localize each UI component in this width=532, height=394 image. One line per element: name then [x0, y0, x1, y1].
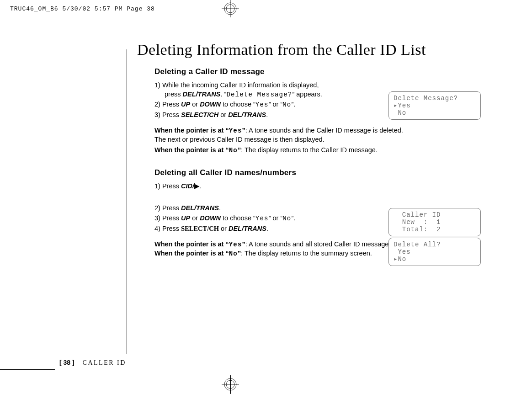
step-text: or [190, 101, 200, 108]
step-text: 3) Press [154, 214, 181, 222]
step-text: or [218, 111, 228, 118]
lcd-inline: Yes [229, 241, 242, 248]
step-text: . [200, 182, 202, 190]
page-number: [ 38 ] [59, 359, 74, 366]
result-body: : The display returns to the Caller ID m… [241, 146, 378, 154]
lcd-line: ▸No [394, 256, 406, 263]
lcd-line: Delete Message? [394, 95, 458, 102]
step-text: . [219, 204, 221, 212]
key-del-trans: DEL/TRANS [181, 204, 219, 212]
step-text: . [266, 225, 268, 232]
lcd-screen-delete-message: Delete Message? ▸Yes No [388, 91, 481, 120]
lcd-inline: No [229, 250, 238, 257]
key-up: UP [181, 101, 190, 108]
key-del-trans: DEL/TRANS [229, 225, 266, 232]
crop-mark [230, 375, 231, 394]
printer-slug: TRUC46_OM_B6 5/30/02 5:57 PM Page 38 [10, 5, 155, 12]
step-text: 1) Press [154, 182, 181, 190]
lcd-line: ▸Yes [394, 102, 411, 109]
step-text: 2) Press [154, 101, 181, 108]
lcd-line: Yes [394, 248, 411, 256]
key-cid: CID/ [181, 182, 194, 190]
section-label: CALLER ID [83, 359, 126, 366]
lcd-inline: Yes [255, 101, 269, 108]
section-heading-delete-all: Deleting all Caller ID names/numbers [154, 168, 484, 178]
step-text: 1) While the incoming Caller ID informat… [154, 81, 319, 89]
step-text: 4) Press [154, 225, 181, 232]
step-text: ” or “ [269, 101, 283, 108]
step: 1) Press CID/▶. [154, 182, 484, 191]
lcd-inline: No [229, 147, 238, 154]
key-down: DOWN [200, 214, 221, 222]
step-text: or [190, 214, 200, 222]
lcd-line: Delete All? [394, 241, 441, 248]
lcd-line: New : 1 [394, 218, 441, 226]
result-tail: ” [242, 127, 245, 134]
lcd-inline: Yes [255, 215, 269, 222]
key-up: UP [181, 214, 190, 222]
lcd-line: Caller ID [394, 211, 441, 218]
result-tail: ” [242, 240, 245, 248]
step-text: . “ [220, 91, 226, 98]
lcd-inline: Yes [229, 127, 242, 134]
key-select-ch: SELECT/CH [181, 225, 219, 232]
lcd-screen-caller-id-summary: Caller ID New : 1 Total: 2 [388, 208, 481, 236]
step-text: 2) Press [154, 204, 181, 212]
lcd-inline: No [282, 215, 291, 222]
step-text: or [219, 225, 229, 232]
step-text: ” appears. [292, 91, 322, 98]
lcd-line: No [394, 109, 406, 117]
step-text: ” or “ [269, 214, 283, 222]
result-lead: When the pointer is at “ [154, 250, 229, 257]
result-body: The next or previous Caller ID message i… [154, 136, 325, 143]
key-down: DOWN [200, 101, 221, 108]
result-body: : A tone sounds and the Caller ID messag… [245, 127, 403, 134]
lcd-line: Total: 2 [394, 226, 441, 233]
step-text: ”. [291, 214, 295, 222]
result-paragraph: When the pointer is at “Yes”: A tone sou… [154, 126, 484, 144]
step-text: to choose “ [221, 101, 255, 108]
key-del-trans: DEL/TRANS [183, 91, 221, 98]
step-text: to choose “ [221, 214, 255, 222]
result-lead: When the pointer is at “ [154, 240, 229, 248]
key-del-trans: DEL/TRANS [228, 111, 266, 118]
right-arrow-icon: ▶ [194, 182, 200, 190]
step-text: 3) Press [154, 111, 181, 118]
page-footer: [ 38 ] CALLER ID [59, 359, 126, 367]
key-select-ch: SELECT/CH [181, 111, 218, 118]
lcd-inline: Delete Message? [226, 91, 292, 98]
step-text: press [165, 91, 183, 98]
result-paragraph: When the pointer is at “No”: The display… [154, 146, 484, 155]
registration-mark-top [222, 0, 239, 17]
step-text: ”. [291, 101, 295, 108]
lcd-screen-delete-all: Delete All? Yes ▸No [388, 238, 481, 266]
result-body: : The display returns to the summary scr… [241, 250, 372, 257]
result-lead: When the pointer is at “ [154, 146, 229, 154]
step-text: . [266, 111, 268, 118]
lcd-inline: No [282, 101, 291, 108]
crop-hairline-left [0, 369, 55, 370]
result-lead: When the pointer is at “ [154, 127, 229, 134]
section-heading-delete-one: Deleting a Caller ID message [154, 67, 484, 77]
page-title: Deleting Information from the Caller ID … [59, 41, 489, 59]
